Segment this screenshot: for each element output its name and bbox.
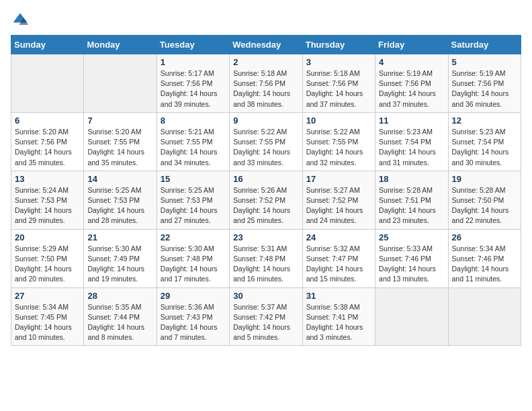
day-info: Sunrise: 5:20 AMSunset: 7:55 PMDaylight:… [87, 127, 152, 168]
day-number: 27 [15, 291, 80, 301]
day-cell: 17Sunrise: 5:27 AMSunset: 7:52 PMDayligh… [302, 171, 375, 229]
col-header-saturday: Saturday [448, 36, 521, 54]
week-row-4: 20Sunrise: 5:29 AMSunset: 7:50 PMDayligh… [11, 229, 521, 287]
logo-icon [11, 11, 30, 30]
day-info: Sunrise: 5:18 AMSunset: 7:56 PMDaylight:… [306, 68, 371, 109]
col-header-sunday: Sunday [11, 36, 84, 54]
week-row-2: 6Sunrise: 5:20 AMSunset: 7:56 PMDaylight… [11, 112, 521, 171]
day-info: Sunrise: 5:25 AMSunset: 7:53 PMDaylight:… [87, 185, 152, 226]
day-number: 26 [452, 232, 517, 242]
day-cell: 5Sunrise: 5:19 AMSunset: 7:56 PMDaylight… [448, 54, 521, 113]
day-cell: 29Sunrise: 5:36 AMSunset: 7:43 PMDayligh… [157, 287, 229, 346]
logo [11, 11, 32, 30]
day-info: Sunrise: 5:30 AMSunset: 7:48 PMDaylight:… [161, 244, 226, 285]
day-cell: 1Sunrise: 5:17 AMSunset: 7:56 PMDaylight… [157, 54, 229, 113]
day-number: 14 [87, 174, 152, 184]
day-info: Sunrise: 5:29 AMSunset: 7:50 PMDaylight:… [15, 244, 80, 285]
day-cell: 31Sunrise: 5:38 AMSunset: 7:41 PMDayligh… [302, 287, 375, 346]
day-cell: 23Sunrise: 5:31 AMSunset: 7:48 PMDayligh… [230, 229, 302, 287]
day-cell: 22Sunrise: 5:30 AMSunset: 7:48 PMDayligh… [157, 229, 229, 287]
week-row-3: 13Sunrise: 5:24 AMSunset: 7:53 PMDayligh… [11, 171, 521, 229]
day-number: 30 [233, 291, 298, 301]
day-cell: 10Sunrise: 5:22 AMSunset: 7:55 PMDayligh… [302, 112, 375, 171]
day-info: Sunrise: 5:34 AMSunset: 7:45 PMDaylight:… [15, 302, 80, 343]
day-cell: 3Sunrise: 5:18 AMSunset: 7:56 PMDaylight… [302, 54, 375, 113]
day-info: Sunrise: 5:38 AMSunset: 7:41 PMDaylight:… [306, 302, 371, 343]
day-info: Sunrise: 5:19 AMSunset: 7:56 PMDaylight:… [379, 68, 444, 109]
day-number: 20 [15, 232, 80, 242]
day-number: 10 [306, 116, 371, 126]
day-cell: 25Sunrise: 5:33 AMSunset: 7:46 PMDayligh… [375, 229, 448, 287]
day-cell: 2Sunrise: 5:18 AMSunset: 7:56 PMDaylight… [230, 54, 302, 113]
day-number: 21 [87, 232, 152, 242]
day-number: 29 [161, 291, 226, 301]
day-number: 24 [306, 232, 371, 242]
day-number: 11 [379, 116, 444, 126]
day-number: 5 [452, 57, 517, 67]
day-info: Sunrise: 5:18 AMSunset: 7:56 PMDaylight:… [233, 68, 298, 109]
day-cell: 21Sunrise: 5:30 AMSunset: 7:49 PMDayligh… [84, 229, 157, 287]
day-info: Sunrise: 5:32 AMSunset: 7:47 PMDaylight:… [306, 244, 371, 285]
day-info: Sunrise: 5:25 AMSunset: 7:53 PMDaylight:… [161, 185, 226, 226]
day-number: 2 [233, 57, 298, 67]
day-number: 23 [233, 232, 298, 242]
day-number: 3 [306, 57, 371, 67]
calendar-table: SundayMondayTuesdayWednesdayThursdayFrid… [11, 35, 521, 346]
col-header-monday: Monday [84, 36, 157, 54]
day-cell: 26Sunrise: 5:34 AMSunset: 7:46 PMDayligh… [448, 229, 521, 287]
day-number: 31 [306, 291, 371, 301]
day-cell [11, 54, 84, 113]
day-cell: 14Sunrise: 5:25 AMSunset: 7:53 PMDayligh… [84, 171, 157, 229]
day-cell: 19Sunrise: 5:28 AMSunset: 7:50 PMDayligh… [448, 171, 521, 229]
day-cell: 9Sunrise: 5:22 AMSunset: 7:55 PMDaylight… [230, 112, 302, 171]
day-info: Sunrise: 5:35 AMSunset: 7:44 PMDaylight:… [87, 302, 152, 343]
day-info: Sunrise: 5:36 AMSunset: 7:43 PMDaylight:… [161, 302, 226, 343]
day-number: 19 [452, 174, 517, 184]
day-number: 1 [161, 57, 226, 67]
day-info: Sunrise: 5:24 AMSunset: 7:53 PMDaylight:… [15, 185, 80, 226]
day-number: 25 [379, 232, 444, 242]
day-info: Sunrise: 5:28 AMSunset: 7:50 PMDaylight:… [452, 185, 517, 226]
day-info: Sunrise: 5:19 AMSunset: 7:56 PMDaylight:… [452, 68, 517, 109]
day-info: Sunrise: 5:26 AMSunset: 7:52 PMDaylight:… [233, 185, 298, 226]
day-info: Sunrise: 5:22 AMSunset: 7:55 PMDaylight:… [306, 127, 371, 168]
day-number: 22 [161, 232, 226, 242]
page-header [11, 11, 521, 30]
day-info: Sunrise: 5:23 AMSunset: 7:54 PMDaylight:… [379, 127, 444, 168]
day-info: Sunrise: 5:22 AMSunset: 7:55 PMDaylight:… [233, 127, 298, 168]
day-info: Sunrise: 5:20 AMSunset: 7:56 PMDaylight:… [15, 127, 80, 168]
day-cell: 18Sunrise: 5:28 AMSunset: 7:51 PMDayligh… [375, 171, 448, 229]
day-cell: 12Sunrise: 5:23 AMSunset: 7:54 PMDayligh… [448, 112, 521, 171]
day-cell: 28Sunrise: 5:35 AMSunset: 7:44 PMDayligh… [84, 287, 157, 346]
day-cell: 15Sunrise: 5:25 AMSunset: 7:53 PMDayligh… [157, 171, 229, 229]
day-info: Sunrise: 5:21 AMSunset: 7:55 PMDaylight:… [161, 127, 226, 168]
day-cell [448, 287, 521, 346]
day-info: Sunrise: 5:17 AMSunset: 7:56 PMDaylight:… [161, 68, 226, 109]
calendar-header-row: SundayMondayTuesdayWednesdayThursdayFrid… [11, 36, 521, 54]
col-header-wednesday: Wednesday [230, 36, 302, 54]
day-cell [84, 54, 157, 113]
day-number: 15 [161, 174, 226, 184]
day-cell: 27Sunrise: 5:34 AMSunset: 7:45 PMDayligh… [11, 287, 84, 346]
day-cell: 11Sunrise: 5:23 AMSunset: 7:54 PMDayligh… [375, 112, 448, 171]
day-number: 7 [87, 116, 152, 126]
day-cell: 16Sunrise: 5:26 AMSunset: 7:52 PMDayligh… [230, 171, 302, 229]
col-header-tuesday: Tuesday [157, 36, 229, 54]
day-info: Sunrise: 5:34 AMSunset: 7:46 PMDaylight:… [452, 244, 517, 285]
day-cell: 20Sunrise: 5:29 AMSunset: 7:50 PMDayligh… [11, 229, 84, 287]
day-cell: 7Sunrise: 5:20 AMSunset: 7:55 PMDaylight… [84, 112, 157, 171]
day-cell: 13Sunrise: 5:24 AMSunset: 7:53 PMDayligh… [11, 171, 84, 229]
day-number: 28 [87, 291, 152, 301]
day-number: 6 [15, 116, 80, 126]
day-number: 12 [452, 116, 517, 126]
day-number: 9 [233, 116, 298, 126]
col-header-friday: Friday [375, 36, 448, 54]
day-info: Sunrise: 5:33 AMSunset: 7:46 PMDaylight:… [379, 244, 444, 285]
day-cell [375, 287, 448, 346]
day-info: Sunrise: 5:37 AMSunset: 7:42 PMDaylight:… [233, 302, 298, 343]
day-number: 4 [379, 57, 444, 67]
day-info: Sunrise: 5:27 AMSunset: 7:52 PMDaylight:… [306, 185, 371, 226]
day-number: 13 [15, 174, 80, 184]
day-number: 16 [233, 174, 298, 184]
day-number: 17 [306, 174, 371, 184]
